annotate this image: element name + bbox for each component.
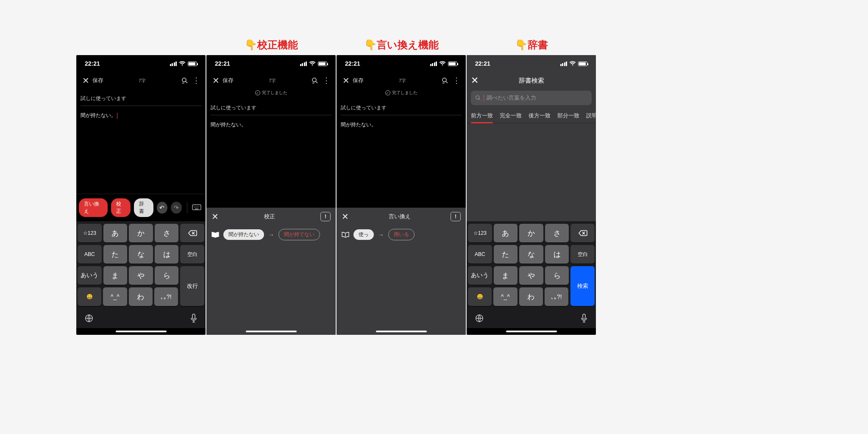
screen-proof: 22:21 ✕ 保存 7字 ⋮ ✓完了しました 試しに使っています 間が持たない… bbox=[206, 55, 336, 335]
editor-area[interactable]: 試しに使っています 間が持たない。 bbox=[337, 98, 466, 208]
section-label-dict: 👇辞書 bbox=[467, 38, 596, 52]
tab-partial[interactable]: 部分一致 bbox=[557, 109, 579, 123]
mic-icon[interactable] bbox=[580, 314, 588, 323]
key-ma[interactable]: ま bbox=[103, 266, 128, 285]
more-menu-button[interactable]: ⋮ bbox=[191, 76, 201, 85]
key-enter-search[interactable]: 検索 bbox=[570, 266, 595, 306]
save-button[interactable]: 保存 bbox=[92, 77, 103, 84]
keyboard-toggle-icon[interactable] bbox=[192, 204, 203, 211]
rephrase-button[interactable]: 言い換え bbox=[79, 198, 108, 217]
key-a[interactable]: あ bbox=[494, 224, 518, 242]
key-space[interactable]: 空白 bbox=[180, 245, 204, 264]
find-replace-icon[interactable] bbox=[441, 77, 451, 84]
key-kaomoji[interactable]: ^_^ bbox=[493, 287, 517, 306]
editor-area[interactable]: 試しに使っています 間が持たない。 bbox=[76, 89, 206, 194]
doc-body[interactable]: 間が持たない。 bbox=[81, 106, 201, 119]
key-ha[interactable]: は bbox=[545, 245, 569, 264]
book-icon[interactable] bbox=[342, 232, 349, 238]
home-indicator bbox=[467, 328, 596, 335]
find-replace-icon[interactable] bbox=[181, 77, 191, 84]
key-wa[interactable]: わ bbox=[129, 287, 153, 306]
key-punct[interactable]: ､｡?! bbox=[154, 287, 178, 306]
suggestion-row[interactable]: 間が持たない → 間が持てない bbox=[206, 225, 336, 240]
key-punct[interactable]: ､｡?! bbox=[545, 287, 568, 306]
panel-title: 言い換え bbox=[349, 213, 451, 220]
close-button[interactable]: ✕ bbox=[81, 75, 91, 86]
book-icon[interactable] bbox=[211, 232, 219, 238]
editor-area[interactable]: 試しに使っています 間が持たない。 bbox=[206, 98, 336, 208]
report-button[interactable]: ! bbox=[320, 212, 331, 221]
suggestion-from[interactable]: 間が持たない bbox=[223, 229, 264, 240]
proof-panel: ✕ 校正 ! 間が持たない → 間が持てない bbox=[206, 208, 336, 335]
more-menu-button[interactable]: ⋮ bbox=[451, 76, 462, 85]
dict-button[interactable]: 辞書 bbox=[134, 198, 153, 217]
key-na[interactable]: な bbox=[519, 245, 543, 264]
report-button[interactable]: ! bbox=[451, 212, 461, 221]
mic-icon[interactable] bbox=[190, 314, 198, 323]
key-ra[interactable]: ら bbox=[545, 266, 569, 285]
suggestion-to[interactable]: 間が持てない bbox=[278, 229, 320, 240]
close-button[interactable]: ✕ bbox=[211, 75, 221, 86]
find-replace-icon[interactable] bbox=[311, 77, 321, 84]
home-indicator bbox=[76, 328, 206, 335]
key-mode-abc[interactable]: ABC bbox=[78, 245, 102, 264]
save-button[interactable]: 保存 bbox=[353, 77, 364, 84]
doc-title[interactable]: 試しに使っています bbox=[81, 91, 201, 106]
key-kaomoji[interactable]: ^_^ bbox=[103, 287, 127, 306]
dict-search-input[interactable]: 調べたい言葉を入力 bbox=[471, 91, 592, 105]
key-emoji[interactable]: 😀 bbox=[78, 287, 101, 306]
check-icon: ✓ bbox=[385, 90, 390, 95]
redo-button[interactable]: ↷ bbox=[171, 202, 182, 214]
close-button[interactable]: ✕ bbox=[471, 75, 483, 86]
tab-desc[interactable]: 説明文 bbox=[586, 109, 596, 123]
key-mode-kana[interactable]: あいう bbox=[78, 266, 102, 285]
suggestion-row[interactable]: 使っ → 用いる bbox=[337, 225, 466, 240]
key-ma[interactable]: ま bbox=[494, 266, 518, 285]
key-wa[interactable]: わ bbox=[519, 287, 543, 306]
ios-keyboard: ☆123 あ か さ ABC た な は 空白 あいう ま や ら 検索 😀 ^… bbox=[467, 221, 596, 328]
key-ha[interactable]: は bbox=[155, 245, 179, 264]
globe-icon[interactable] bbox=[475, 314, 484, 323]
key-mode-kana[interactable]: あいう bbox=[468, 266, 492, 285]
panel-close-button[interactable]: ✕ bbox=[211, 211, 219, 222]
signal-icon bbox=[170, 61, 177, 66]
section-label-proof: 👇校正機能 bbox=[206, 38, 336, 52]
key-ka[interactable]: か bbox=[129, 224, 153, 242]
key-ka[interactable]: か bbox=[519, 224, 543, 242]
more-menu-button[interactable]: ⋮ bbox=[321, 76, 331, 85]
save-button[interactable]: 保存 bbox=[223, 77, 234, 84]
key-ta[interactable]: た bbox=[103, 245, 128, 264]
key-mode-abc[interactable]: ABC bbox=[468, 245, 492, 264]
key-backspace[interactable] bbox=[570, 224, 595, 242]
globe-icon[interactable] bbox=[84, 314, 94, 323]
tab-suffix[interactable]: 後方一致 bbox=[529, 109, 551, 123]
key-emoji[interactable]: 😀 bbox=[468, 287, 492, 306]
tab-prefix[interactable]: 前方一致 bbox=[471, 109, 493, 123]
key-mode-num[interactable]: ☆123 bbox=[468, 224, 492, 242]
key-na[interactable]: な bbox=[129, 245, 153, 264]
key-ya[interactable]: や bbox=[129, 266, 153, 285]
key-a[interactable]: あ bbox=[103, 224, 128, 242]
key-ta[interactable]: た bbox=[494, 245, 518, 264]
suggestion-from[interactable]: 使っ bbox=[353, 229, 374, 240]
key-ra[interactable]: ら bbox=[155, 266, 179, 285]
close-button[interactable]: ✕ bbox=[341, 75, 351, 86]
suggestion-to[interactable]: 用いる bbox=[388, 229, 415, 240]
svg-point-3 bbox=[476, 96, 479, 99]
panel-close-button[interactable]: ✕ bbox=[342, 211, 349, 222]
key-enter[interactable]: 改行 bbox=[180, 266, 204, 306]
key-ya[interactable]: や bbox=[519, 266, 543, 285]
action-pill-row: 言い換え 校正 辞書 ↶ ↷ bbox=[76, 194, 206, 221]
key-sa[interactable]: さ bbox=[155, 224, 179, 242]
section-label-rephrase: 👇言い換え機能 bbox=[337, 38, 466, 52]
key-space[interactable]: 空白 bbox=[570, 245, 595, 264]
undo-button[interactable]: ↶ bbox=[157, 202, 168, 214]
key-mode-num[interactable]: ☆123 bbox=[78, 224, 102, 242]
tab-exact[interactable]: 完全一致 bbox=[500, 109, 522, 123]
wifi-icon bbox=[179, 61, 186, 66]
key-backspace[interactable] bbox=[180, 224, 204, 242]
wifi-icon bbox=[309, 61, 316, 66]
key-sa[interactable]: さ bbox=[545, 224, 569, 242]
app-toolbar: ✕ 保存 7字 ⋮ bbox=[76, 72, 206, 89]
proof-button[interactable]: 校正 bbox=[111, 198, 131, 217]
